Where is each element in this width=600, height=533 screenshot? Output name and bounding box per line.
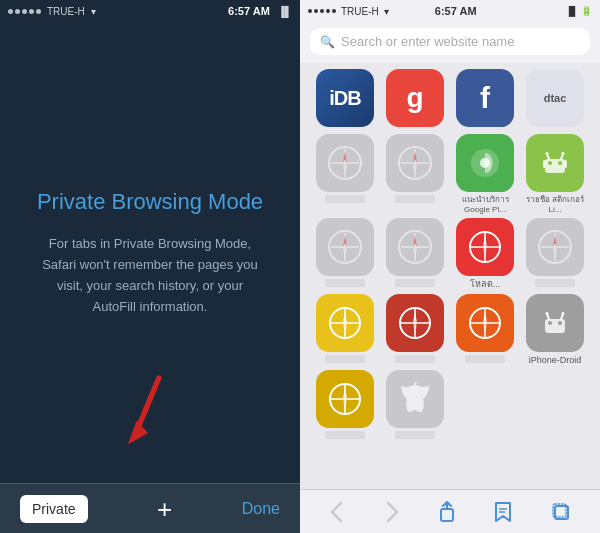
google-icon: g	[386, 69, 444, 127]
safari-red2-icon	[386, 294, 444, 352]
new-tab-button[interactable]: +	[157, 496, 172, 522]
empty-slot-1	[456, 370, 514, 428]
bookmark-label	[395, 279, 435, 287]
grid-row-1: iDB g f dtac	[304, 69, 596, 130]
bookmark-label	[325, 431, 365, 439]
bookmarks-button[interactable]	[486, 497, 520, 527]
signal-dot	[15, 9, 20, 14]
bookmark-apple-gray[interactable]	[382, 370, 448, 439]
bookmark-label	[325, 279, 365, 287]
right-panel: TRUE-H ▾ 6:57 AM ▐▌ 🔋 🔍 Search or enter …	[300, 0, 600, 533]
private-button[interactable]: Private	[20, 495, 88, 523]
bookmark-compass-3[interactable]	[312, 218, 378, 290]
svg-point-13	[480, 158, 490, 168]
signal-dot	[314, 9, 318, 13]
compass-icon-5	[526, 218, 584, 276]
safari-red-icon	[456, 218, 514, 276]
status-bar-right: TRUE-H ▾ 6:57 AM ▐▌ 🔋	[300, 0, 600, 22]
svg-point-57	[548, 321, 552, 325]
search-icon: 🔍	[320, 35, 335, 49]
safari-orange-icon	[456, 294, 514, 352]
svg-marker-2	[128, 421, 148, 445]
svg-rect-14	[545, 159, 565, 173]
tabs-button[interactable]	[543, 498, 579, 526]
signal-dot	[22, 9, 27, 14]
signal-strength-right	[308, 9, 336, 13]
bookmark-idb[interactable]: iDB	[312, 69, 378, 130]
bottom-bar-left: Private + Done	[0, 483, 300, 533]
search-bar[interactable]: 🔍 Search or enter website name	[300, 22, 600, 63]
iphone-droid-icon	[526, 294, 584, 352]
status-bar-left: TRUE-H ▾ 6:57 AM ▐▌	[0, 0, 300, 22]
svg-rect-20	[564, 160, 567, 168]
bookmark-compass-1[interactable]	[312, 134, 378, 214]
bookmark-safari-red[interactable]: โหลด...	[452, 218, 518, 290]
bookmark-safari-red2[interactable]	[382, 294, 448, 366]
bottom-toolbar	[300, 489, 600, 533]
bookmark-compass-4[interactable]	[382, 218, 448, 290]
bookmark-compass-2[interactable]	[382, 134, 448, 214]
bookmark-safari-yellow2[interactable]	[312, 370, 378, 439]
carrier-label-right: TRUE-H	[341, 6, 379, 17]
signal-dot	[326, 9, 330, 13]
svg-point-18	[562, 152, 565, 155]
bookmark-label	[395, 355, 435, 363]
idb-icon: iDB	[316, 69, 374, 127]
bookmark-compass-5[interactable]	[522, 218, 588, 290]
compass-icon-2	[386, 134, 444, 192]
grid-row-5	[304, 370, 596, 439]
bookmark-empty-1	[452, 370, 518, 439]
signal-dot	[308, 9, 312, 13]
bookmark-safari-yellow[interactable]	[312, 294, 378, 366]
bookmark-empty-2	[522, 370, 588, 439]
grid-row-3: โหลด...	[304, 218, 596, 290]
arrow-indicator	[120, 369, 180, 453]
bookmark-label: แนะนำบริการ Google Pl...	[453, 195, 517, 214]
svg-point-60	[562, 312, 565, 315]
search-placeholder: Search or enter website name	[341, 34, 580, 49]
bookmark-dtac[interactable]: dtac	[522, 69, 588, 130]
bookmark-label	[325, 355, 365, 363]
done-button[interactable]: Done	[242, 500, 280, 518]
google-play-icon	[456, 134, 514, 192]
svg-point-16	[558, 161, 562, 165]
signal-dot	[8, 9, 13, 14]
private-browsing-title: Private Browsing Mode	[37, 188, 263, 217]
bookmark-label	[395, 195, 435, 203]
svg-point-58	[558, 321, 562, 325]
battery-icon-right: ▐▌ 🔋	[566, 6, 592, 16]
forward-button[interactable]	[376, 497, 408, 527]
safari-yellow-icon	[316, 294, 374, 352]
back-button[interactable]	[321, 497, 353, 527]
signal-dot	[29, 9, 34, 14]
private-browsing-description: For tabs in Private Browsing Mode, Safar…	[40, 234, 260, 317]
wifi-icon-right: ▾	[384, 6, 389, 17]
bookmark-safari-orange[interactable]	[452, 294, 518, 366]
svg-point-59	[546, 312, 549, 315]
apple-gray-icon	[386, 370, 444, 428]
grid-row-2: แนะนำบริการ Google Pl...	[304, 134, 596, 214]
search-input-wrap[interactable]: 🔍 Search or enter website name	[310, 28, 590, 55]
time-left: 6:57 AM	[228, 5, 270, 17]
bookmark-label: iPhone-Droid	[529, 355, 582, 366]
facebook-icon: f	[456, 69, 514, 127]
share-button[interactable]	[430, 497, 464, 527]
bookmark-google[interactable]: g	[382, 69, 448, 130]
safari-yellow2-icon	[316, 370, 374, 428]
wifi-icon-left: ▾	[91, 6, 96, 17]
bookmark-label	[325, 195, 365, 203]
bookmark-facebook[interactable]: f	[452, 69, 518, 130]
svg-point-17	[546, 152, 549, 155]
bookmarks-grid: iDB g f dtac	[300, 63, 600, 489]
bookmark-label: รายชื่อ สต็กเกอร์ Li...	[523, 195, 587, 214]
svg-rect-19	[543, 160, 546, 168]
bookmark-label	[535, 279, 575, 287]
signal-dot	[36, 9, 41, 14]
bookmark-android-1[interactable]: รายชื่อ สต็กเกอร์ Li...	[522, 134, 588, 214]
bookmark-google-play[interactable]: แนะนำบริการ Google Pl...	[452, 134, 518, 214]
bookmark-iphone-droid[interactable]: iPhone-Droid	[522, 294, 588, 366]
svg-rect-66	[441, 509, 453, 521]
dtac-icon: dtac	[526, 69, 584, 127]
signal-strength-left	[8, 9, 41, 14]
left-panel: TRUE-H ▾ 6:57 AM ▐▌ Private Browsing Mod…	[0, 0, 300, 533]
